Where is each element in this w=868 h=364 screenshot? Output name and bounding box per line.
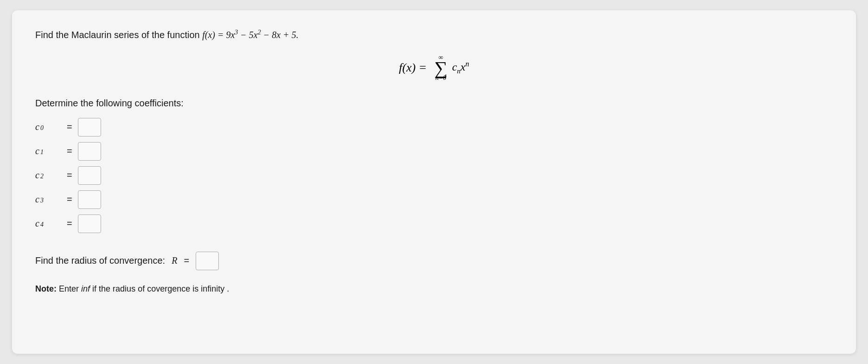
radius-label-text: Find the radius of convergence: bbox=[35, 255, 165, 266]
note-inf-text: inf bbox=[81, 284, 90, 293]
note-rest-text: if the radius of covergence is infinity … bbox=[92, 284, 229, 293]
determine-label: Determine the following coefficients: bbox=[35, 98, 833, 109]
series-formula: f(x) = ∞ ∑ n=0 cnxn bbox=[35, 54, 833, 81]
c1-equals: = bbox=[67, 146, 72, 156]
c0-equals: = bbox=[67, 122, 72, 132]
function-expression: f(x) = 9x3 − 5x2 − 8x + 5. bbox=[202, 30, 298, 40]
c4-equals: = bbox=[67, 218, 72, 229]
coefficient-row-1: c1 = bbox=[35, 142, 833, 161]
note-section: Note: Enter inf if the radius of coverge… bbox=[35, 284, 833, 294]
c4-label: c4 bbox=[35, 218, 63, 229]
c3-input[interactable] bbox=[78, 190, 101, 209]
problem-statement: Find the Maclaurin series of the functio… bbox=[35, 29, 833, 40]
coefficient-row-0: c0 = bbox=[35, 118, 833, 136]
problem-text: Find the Maclaurin series of the functio… bbox=[35, 30, 202, 40]
c1-input[interactable] bbox=[78, 142, 101, 161]
c1-label: c1 bbox=[35, 146, 63, 156]
coefficients-section: c0 = c1 = c2 = c3 bbox=[35, 118, 833, 233]
coefficient-row-2: c2 = bbox=[35, 166, 833, 185]
c2-input[interactable] bbox=[78, 166, 101, 185]
c3-label: c3 bbox=[35, 194, 63, 205]
note-text: Enter bbox=[59, 284, 81, 293]
sum-term: cnxn bbox=[452, 60, 469, 75]
fx-label: f(x) = bbox=[399, 61, 427, 75]
c3-equals: = bbox=[67, 194, 72, 205]
summation-notation: ∞ ∑ n=0 bbox=[434, 54, 447, 81]
main-card: Find the Maclaurin series of the functio… bbox=[12, 10, 856, 354]
c4-input[interactable] bbox=[78, 214, 101, 233]
c2-equals: = bbox=[67, 170, 72, 181]
radius-var: R bbox=[172, 255, 177, 266]
radius-equals: = bbox=[184, 255, 189, 266]
sum-lower-limit: n=0 bbox=[435, 75, 446, 81]
c2-label: c2 bbox=[35, 170, 63, 181]
note-bold-label: Note: bbox=[35, 284, 57, 293]
coefficient-row-3: c3 = bbox=[35, 190, 833, 209]
radius-input[interactable] bbox=[196, 252, 219, 270]
c0-label: c0 bbox=[35, 122, 63, 132]
c0-input[interactable] bbox=[78, 118, 101, 136]
coefficient-row-4: c4 = bbox=[35, 214, 833, 233]
radius-row: Find the radius of convergence: R = bbox=[35, 252, 833, 270]
